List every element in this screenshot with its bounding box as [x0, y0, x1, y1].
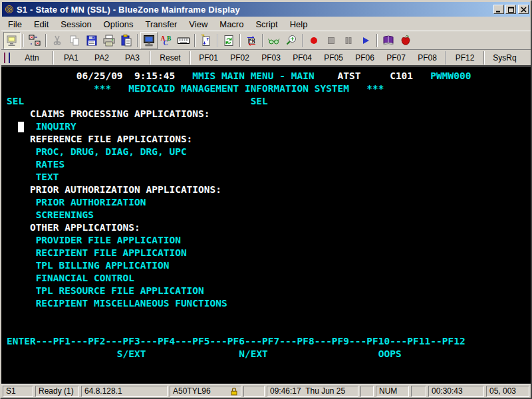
fkey-pf08-button[interactable]: PF08 — [412, 51, 443, 65]
terminal-row: SELSEL — [1, 95, 531, 108]
menu-item-help[interactable]: Help — [284, 18, 314, 31]
fkey-pa2-button[interactable]: PA2 — [86, 51, 117, 65]
connect-button[interactable] — [3, 32, 21, 49]
menu-bar: FileEditSessionOptionsTransferViewMacroS… — [1, 17, 531, 31]
pause-button[interactable] — [340, 32, 357, 49]
menu-item-view[interactable]: View — [183, 18, 213, 31]
stop-button[interactable] — [323, 32, 340, 49]
fkey-separator — [190, 51, 191, 65]
status-text-lu-name: A50TYL96 — [173, 386, 229, 396]
paste-button[interactable] — [118, 32, 135, 49]
terminal-row: PRIOR AUTHORIZATION — [1, 196, 531, 209]
display-settings-icon — [142, 34, 156, 47]
toolbar-separator — [217, 34, 218, 47]
record-button[interactable] — [305, 32, 323, 49]
terminal-text: PRIOR AUTHORIZATION — [36, 196, 146, 209]
fkey-pa3-button[interactable]: PA3 — [117, 51, 148, 65]
toolbar-separator — [262, 34, 263, 47]
minimize-button[interactable] — [493, 5, 504, 14]
bluezone-logo-icon — [4, 4, 15, 15]
fkey-pf05-button[interactable]: PF05 — [318, 51, 349, 65]
terminal-text: N/EXT — [239, 348, 268, 360]
fkey-separator — [53, 51, 54, 65]
status-panel-host-address: 64.8.128.1 — [81, 386, 168, 397]
terminal-row — [1, 323, 531, 335]
terminal-row: TPL RESOURCE FILE APPLICATION — [1, 285, 531, 297]
help-book-button[interactable] — [380, 32, 397, 49]
terminal-row: TPL BILLING APPLICATION — [1, 259, 531, 272]
terminal-text: SEL — [7, 95, 24, 108]
terminal-screen[interactable]: 06/25/09 9:15:45MMIS MAIN MENU - MAINATS… — [1, 66, 531, 385]
fkey-pf02-button[interactable]: PF02 — [224, 51, 255, 65]
copy-icon — [68, 34, 81, 47]
fkey-pf07-button[interactable]: PF07 — [380, 51, 412, 65]
terminal-text: MMIS MAIN MENU - MAIN — [192, 70, 314, 82]
menu-item-options[interactable]: Options — [98, 18, 140, 31]
refresh-page-button[interactable] — [220, 32, 237, 49]
status-panel-spacer-1 — [243, 386, 265, 397]
toolbar-separator — [194, 34, 196, 47]
fkey-pf12-button[interactable]: PF12 — [448, 51, 481, 65]
maximize-button[interactable] — [505, 5, 516, 14]
terminal-text: PRIOR AUTHORIZATION APPLICATIONS: — [30, 184, 221, 196]
terminal-text: RECIPIENT FILE APPLICATION — [36, 247, 187, 259]
view-glasses-button[interactable] — [265, 32, 283, 49]
function-key-bar: AttnPA1PA2PA3ResetPF01PF02PF03PF04PF05PF… — [1, 50, 531, 66]
stop-icon — [325, 34, 338, 47]
menu-item-transfer[interactable]: Transfer — [139, 18, 183, 31]
title-bar[interactable]: S1 - State of MN (SSL) - BlueZone Mainfr… — [2, 2, 530, 17]
terminal-row: REFERENCE FILE APPLICATIONS: — [1, 133, 531, 146]
terminal-row: CLAIMS PROCESSING APPLICATIONS: — [1, 108, 531, 120]
terminal-row: *** MEDICAID MANAGEMENT INFORMATION SYST… — [1, 82, 531, 95]
play-icon — [359, 34, 372, 47]
display-settings-button[interactable] — [140, 32, 158, 49]
fkey-pf03-button[interactable]: PF03 — [255, 51, 287, 65]
status-bar: S1Ready (1)64.8.128.1A50TYL9609:46:17 Th… — [1, 384, 531, 398]
terminal-row: FINANCIAL CONTROL — [1, 272, 531, 285]
keyboard-icon — [177, 34, 190, 47]
menu-item-session[interactable]: Session — [55, 18, 97, 31]
status-panel-session-timer: 00:30:43 — [428, 386, 484, 397]
print-button[interactable] — [100, 32, 118, 49]
copy-button[interactable] — [66, 32, 83, 49]
record-icon — [307, 34, 321, 47]
zoom-button[interactable] — [283, 32, 300, 49]
fkey-separator — [445, 51, 446, 65]
fkey-sysrq-button[interactable]: SysRq — [487, 51, 523, 65]
fkey-pf06-button[interactable]: PF06 — [349, 51, 380, 65]
menu-item-script[interactable]: Script — [249, 18, 283, 31]
menu-item-file[interactable]: File — [2, 18, 28, 31]
status-panel-cursor-position: 05, 003 — [486, 386, 529, 397]
fkey-pf01-button[interactable]: PF01 — [193, 51, 224, 65]
about-apple-button[interactable] — [397, 32, 414, 49]
status-panel-spacer-2 — [360, 386, 374, 397]
toolbar-grip — [4, 53, 5, 63]
bluezone-window: S1 - State of MN (SSL) - BlueZone Mainfr… — [0, 0, 532, 399]
terminal-text: 06/25/09 9:15:45 — [76, 70, 175, 82]
terminal-text: TPL BILLING APPLICATION — [36, 259, 170, 272]
font-button[interactable]: ACB — [158, 32, 175, 49]
fkey-pa1-button[interactable]: PA1 — [56, 51, 86, 65]
play-button[interactable] — [357, 32, 374, 49]
fkey-reset-button[interactable]: Reset — [153, 51, 188, 65]
status-text-session-id: S1 — [6, 386, 30, 396]
close-button[interactable] — [518, 5, 529, 14]
terminal-row: RATES — [1, 158, 531, 171]
terminal-text: SCREENINGS — [36, 209, 94, 221]
window-title: S1 - State of MN (SSL) - BlueZone Mainfr… — [17, 5, 492, 15]
terminal-row: TEXT — [1, 171, 531, 184]
menu-item-edit[interactable]: Edit — [28, 18, 55, 31]
terminal-row: PROC, DRUG, DIAG, DRG, UPC — [1, 146, 531, 158]
file-transfer-button[interactable] — [198, 32, 215, 49]
terminal-row: RECIPIENT FILE APPLICATION — [1, 247, 531, 259]
file-transfer-icon — [200, 34, 213, 47]
save-button[interactable] — [83, 32, 100, 49]
cut-button[interactable] — [49, 32, 66, 49]
keyboard-button[interactable] — [175, 32, 192, 49]
program-keys-button[interactable]: PK — [243, 32, 260, 49]
fkey-attn-button[interactable]: Attn — [13, 51, 51, 65]
fkey-pf04-button[interactable]: PF04 — [287, 51, 318, 65]
jump-session-button[interactable] — [26, 32, 43, 49]
menu-item-macro[interactable]: Macro — [213, 18, 249, 31]
svg-text:PK: PK — [249, 38, 255, 43]
